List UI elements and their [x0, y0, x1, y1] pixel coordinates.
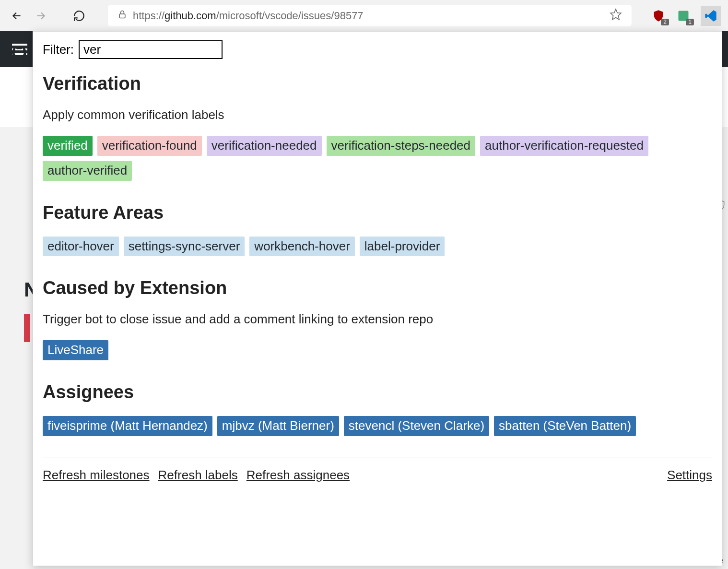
back-button[interactable]	[7, 6, 26, 25]
reload-button[interactable]	[70, 6, 89, 25]
refresh-assignees-link[interactable]: Refresh assignees	[247, 468, 350, 483]
assignees-title: Assignees	[43, 382, 712, 403]
assignee-labels: fiveisprime (Matt Hernandez)mjbvz (Matt …	[43, 416, 712, 436]
address-bar[interactable]: https://github.com/microsoft/vscode/issu…	[108, 5, 632, 26]
filter-input[interactable]	[79, 40, 223, 59]
feature-area-labels: editor-hoversettings-sync-serverworkbenc…	[43, 237, 712, 257]
label-chip[interactable]: fiveisprime (Matt Hernandez)	[43, 416, 212, 436]
filter-row: Filter:	[43, 40, 712, 59]
label-chip[interactable]: LiveShare	[43, 340, 108, 360]
label-chip[interactable]: workbench-hover	[249, 237, 354, 257]
label-chip[interactable]: mjbvz (Matt Bierner)	[217, 416, 339, 436]
label-chip[interactable]: settings-sync-server	[124, 237, 245, 257]
label-chip[interactable]: author-verified	[43, 161, 132, 181]
caused-by-ext-desc: Trigger bot to close issue and add a com…	[43, 312, 712, 327]
label-chip[interactable]: sbatten (SteVen Batten)	[494, 416, 636, 436]
caused-by-ext-labels: LiveShare	[43, 340, 712, 360]
vscode-extension-icon[interactable]	[701, 6, 721, 26]
ext-badge: 1	[686, 19, 694, 25]
github-logo-icon	[12, 46, 26, 62]
label-chip[interactable]: label-provider	[360, 237, 445, 257]
refresh-labels-link[interactable]: Refresh labels	[158, 468, 238, 483]
verification-desc: Apply common verification labels	[43, 107, 712, 122]
label-chip[interactable]: verified	[43, 136, 93, 156]
label-chip[interactable]: verification-needed	[207, 136, 322, 156]
lock-icon	[117, 10, 127, 22]
bg-red-bar	[24, 314, 30, 342]
caused-by-ext-title: Caused by Extension	[43, 278, 712, 298]
extension-popup: Filter: Verification Apply common verifi…	[33, 31, 722, 566]
filter-label: Filter:	[43, 42, 74, 57]
svg-rect-0	[119, 14, 125, 18]
feature-areas-title: Feature Areas	[43, 202, 712, 223]
settings-link[interactable]: Settings	[667, 468, 712, 482]
toolbar-extensions: 2 1	[651, 6, 721, 26]
svg-marker-1	[611, 9, 621, 20]
forward-button[interactable]	[31, 6, 50, 25]
star-icon[interactable]	[610, 8, 622, 24]
label-chip[interactable]: editor-hover	[43, 237, 119, 257]
url-display: https://github.com/microsoft/vscode/issu…	[133, 10, 364, 22]
browser-toolbar: https://github.com/microsoft/vscode/issu…	[0, 0, 728, 31]
popup-footer: Refresh milestones Refresh labels Refres…	[43, 458, 712, 483]
ext-badge: 2	[661, 19, 669, 25]
verification-labels: verifiedverification-foundverification-n…	[43, 136, 712, 181]
label-chip[interactable]: verification-found	[97, 136, 202, 156]
extension-2-icon[interactable]: 1	[676, 8, 691, 24]
label-chip[interactable]: stevencl (Steven Clarke)	[344, 416, 489, 436]
label-chip[interactable]: verification-steps-needed	[327, 136, 476, 156]
label-chip[interactable]: author-verification-requested	[480, 136, 648, 156]
refresh-milestones-link[interactable]: Refresh milestones	[43, 468, 150, 483]
ublock-icon[interactable]: 2	[651, 8, 666, 24]
verification-title: Verification	[43, 73, 712, 94]
